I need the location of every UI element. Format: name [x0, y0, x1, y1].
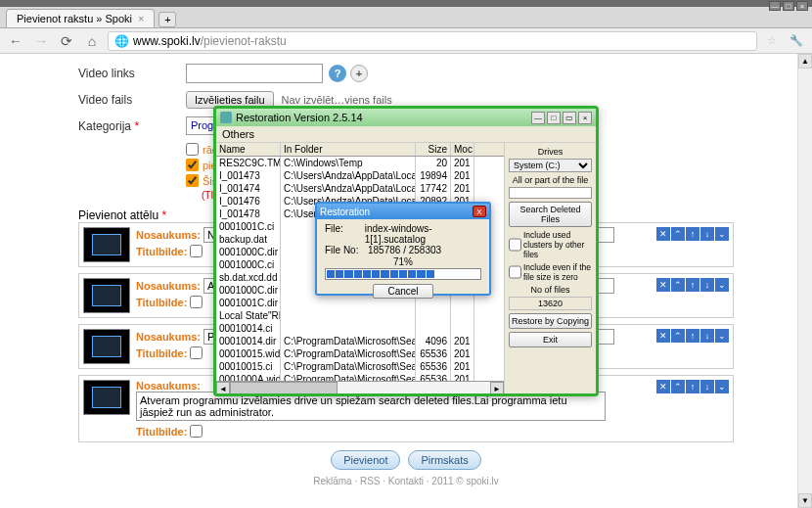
reload-button[interactable]: ⟳: [57, 31, 76, 51]
tab-close-icon[interactable]: ×: [138, 13, 144, 24]
exit-button[interactable]: Exit: [509, 332, 592, 347]
progress-bar: [325, 268, 481, 280]
app-minimize-button[interactable]: —: [531, 112, 545, 124]
include-zero-checkbox[interactable]: Include even if the file size is zero: [509, 262, 592, 282]
submit-button[interactable]: Pievienot: [331, 450, 400, 470]
move-down-icon[interactable]: ↓: [700, 278, 714, 292]
window-close-button[interactable]: ×: [796, 1, 808, 11]
app-maximize-button[interactable]: ▭: [563, 112, 576, 124]
category-label: Kategorija *: [78, 119, 186, 133]
col-size[interactable]: Size: [416, 143, 451, 156]
titlepic-checkbox[interactable]: [190, 346, 203, 359]
move-up-icon[interactable]: ↑: [686, 380, 699, 393]
thumbnail[interactable]: [83, 278, 130, 313]
dialog-title: Restoration: [320, 207, 370, 217]
restore-button[interactable]: Restore by Copying: [509, 313, 592, 329]
window-top-bar: — □ ×: [0, 0, 812, 7]
scroll-thumb[interactable]: [230, 382, 338, 394]
file-row[interactable]: 0001000A.widC:\ProgramData\Microsoft\Sea…: [216, 373, 504, 381]
move-up-icon[interactable]: ↑: [686, 329, 699, 343]
move-down-icon[interactable]: ↓: [700, 380, 714, 393]
filelist-header[interactable]: Name In Folder Size Moc: [216, 143, 504, 157]
titlepic-checkbox[interactable]: [190, 425, 203, 438]
globe-icon: 🌐: [114, 34, 129, 48]
move-down-icon[interactable]: ↓: [700, 329, 714, 343]
include-used-checkbox[interactable]: Include used clusters by other files: [509, 230, 592, 259]
browser-tab[interactable]: Pievienot rakstu » Spoki ×: [6, 9, 155, 27]
file-row[interactable]: 00010014.ci: [216, 322, 504, 335]
col-folder[interactable]: In Folder: [281, 143, 416, 156]
wrench-icon[interactable]: 🔧: [787, 31, 806, 51]
horizontal-scrollbar[interactable]: ◄ ►: [216, 381, 504, 394]
window-minimize-button[interactable]: —: [769, 1, 781, 11]
app-maxrestore-button[interactable]: □: [547, 112, 561, 124]
thumbnail[interactable]: [83, 329, 130, 364]
menu-others[interactable]: Others: [216, 126, 596, 143]
scroll-left-icon[interactable]: ◄: [216, 382, 230, 395]
dialog-titlebar[interactable]: Restoration X: [317, 204, 489, 219]
video-links-input[interactable]: [186, 64, 323, 83]
file-row[interactable]: I_001474C:\Users\Andza\AppData\Local\Goo…: [216, 182, 504, 195]
new-tab-button[interactable]: +: [158, 12, 176, 27]
file-row[interactable]: RES2C9C.TMPC:\Windows\Temp20201: [216, 157, 504, 169]
dialog-close-button[interactable]: X: [473, 206, 486, 217]
search-deleted-button[interactable]: Search Deleted Files: [509, 202, 592, 227]
scroll-right-icon[interactable]: ►: [490, 382, 504, 395]
move-up-icon[interactable]: ↑: [686, 278, 699, 292]
move-bottom-icon[interactable]: ⌄: [715, 227, 729, 241]
file-row[interactable]: 00010014.dirC:\ProgramData\Microsoft\Sea…: [216, 335, 504, 347]
file-value: index-windows-1[1].sucatalog: [365, 223, 481, 245]
percent-label: 71%: [325, 256, 481, 267]
move-top-icon[interactable]: ⌃: [671, 278, 685, 292]
progress-dialog: Restoration X File:index-windows-1[1].su…: [315, 202, 491, 296]
forward-button[interactable]: →: [31, 31, 51, 51]
checkbox-agree[interactable]: [186, 159, 199, 171]
file-row[interactable]: I_001473C:\Users\Andza\AppData\Local\Goo…: [216, 169, 504, 182]
url-field[interactable]: 🌐 www.spoki.lv /pievienot-rakstu: [108, 31, 757, 51]
titlepic-label: Titulbilde:: [136, 246, 187, 257]
thumbnail[interactable]: [83, 227, 130, 262]
name-label: Nosaukums:: [136, 229, 201, 241]
cancel-button[interactable]: Cancel: [373, 284, 432, 299]
filter-input[interactable]: [509, 187, 592, 199]
delete-icon[interactable]: ✕: [656, 380, 670, 393]
col-name[interactable]: Name: [216, 143, 281, 156]
move-down-icon[interactable]: ↓: [700, 227, 714, 241]
help-icon[interactable]: ?: [329, 65, 346, 82]
titlepic-checkbox[interactable]: [190, 296, 203, 308]
move-up-icon[interactable]: ↑: [686, 227, 699, 241]
scroll-down-icon[interactable]: ▼: [798, 493, 812, 508]
move-bottom-icon[interactable]: ⌄: [715, 329, 729, 343]
col-mod[interactable]: Moc: [451, 143, 474, 156]
delete-icon[interactable]: ✕: [656, 329, 670, 343]
name-label: Nosaukums:: [136, 331, 201, 343]
restoration-titlebar[interactable]: Restoration Version 2.5.14 — □ ▭ ×: [216, 109, 596, 126]
move-top-icon[interactable]: ⌃: [671, 329, 685, 343]
preview-button[interactable]: Pirmskats: [408, 450, 480, 470]
checkbox-this[interactable]: [186, 174, 199, 187]
thumbnail[interactable]: [83, 380, 130, 415]
delete-icon[interactable]: ✕: [656, 227, 670, 241]
checkbox-show[interactable]: [186, 143, 199, 156]
scroll-up-icon[interactable]: ▲: [798, 54, 812, 69]
home-button[interactable]: ⌂: [82, 31, 102, 51]
move-top-icon[interactable]: ⌃: [671, 227, 685, 241]
move-bottom-icon[interactable]: ⌄: [715, 380, 729, 393]
move-top-icon[interactable]: ⌃: [671, 380, 685, 393]
bookmark-star-icon[interactable]: ☆: [763, 34, 781, 47]
url-host: www.spoki.lv: [133, 34, 201, 48]
window-maximize-button[interactable]: □: [783, 1, 794, 11]
file-row[interactable]: 00010015.widC:\ProgramData\Microsoft\Sea…: [216, 347, 504, 360]
url-bar: ← → ⟳ ⌂ 🌐 www.spoki.lv /pievienot-rakstu…: [0, 28, 812, 54]
tab-bar: Pievienot rakstu » Spoki × +: [0, 7, 812, 28]
browser-scrollbar[interactable]: ▲ ▼: [797, 54, 812, 508]
move-bottom-icon[interactable]: ⌄: [715, 278, 729, 292]
delete-icon[interactable]: ✕: [656, 278, 670, 292]
file-row[interactable]: 00010015.ciC:\ProgramData\Microsoft\Sear…: [216, 360, 504, 373]
app-close-button[interactable]: ×: [578, 112, 592, 124]
back-button[interactable]: ←: [6, 31, 25, 51]
drive-select[interactable]: System (C:): [509, 159, 592, 172]
file-row[interactable]: Local State"RF..: [216, 309, 504, 322]
add-icon[interactable]: +: [350, 65, 368, 82]
titlepic-checkbox[interactable]: [190, 245, 203, 257]
